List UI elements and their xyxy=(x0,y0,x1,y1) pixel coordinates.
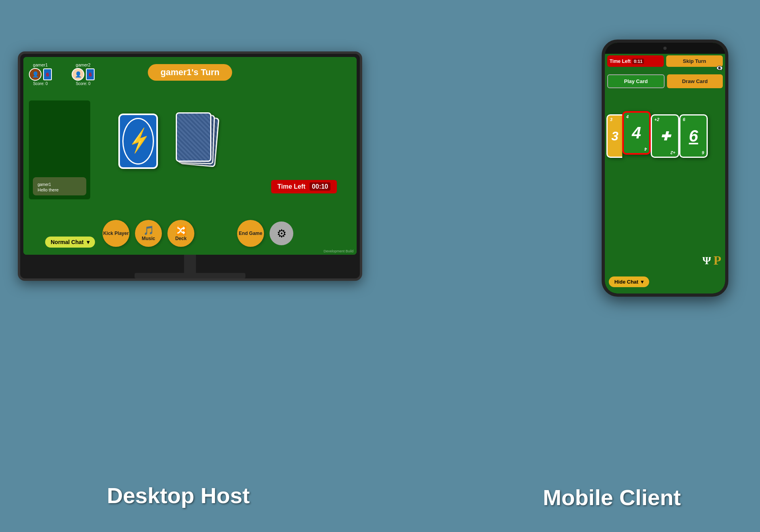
card-corner-plus2-br: +2 xyxy=(671,150,676,155)
draw-deck xyxy=(174,112,217,170)
tv-stand-neck xyxy=(184,255,196,273)
play-card-button[interactable]: Play Card xyxy=(607,74,665,88)
iupui-logo: Ψ xyxy=(703,254,711,267)
chat-sender: gamer1 xyxy=(38,182,51,187)
chat-bubble: gamer1 Hello there xyxy=(33,177,86,195)
discard-card: ⚡ xyxy=(118,114,158,169)
shuffle-icon: 🔀 xyxy=(176,225,186,236)
tv-screen: gamer1's Turn gamer1 👤 6 Score: 0 gamer2 xyxy=(23,57,357,255)
music-button[interactable]: 🎵 Music xyxy=(135,220,162,247)
player-area: gamer1 👤 6 Score: 0 gamer2 👤 6 Score: 0 xyxy=(29,62,95,86)
card-corner-6-br: 6 xyxy=(702,150,704,155)
tv-stand-base xyxy=(135,273,245,278)
center-cards-area: ⚡ xyxy=(118,112,217,170)
phone-card-4[interactable]: 4 4 4 xyxy=(622,111,651,155)
turn-banner: gamer1's Turn xyxy=(148,64,232,81)
visibility-icon: 👁‍🗨 xyxy=(716,65,723,71)
time-left-value: 00:10 xyxy=(310,182,331,191)
phone-time-left-label: Time Left xyxy=(610,59,631,64)
game-screen: gamer1's Turn gamer1 👤 6 Score: 0 gamer2 xyxy=(23,57,357,255)
player1-avatar-row: 👤 6 xyxy=(29,68,52,81)
card-corner-6-tl: 6 xyxy=(683,117,685,122)
phone-cards-area: 3 3 4 4 4 +2 ✚ +2 6 6 6 xyxy=(605,97,725,176)
chevron-down-icon: ▾ xyxy=(641,279,644,285)
phone-camera xyxy=(663,47,667,50)
time-left-label: Time Left xyxy=(277,183,306,190)
chat-area: gamer1 Hello there xyxy=(29,100,90,199)
draw-card-button[interactable]: Draw Card xyxy=(667,74,723,88)
chat-dropdown-label: Normal Chat xyxy=(51,239,84,245)
phone-frame: Time Left 0:11 Skip Turn 👁‍🗨 Play Card D… xyxy=(602,40,728,297)
player1-mini-card: 6 xyxy=(43,68,52,80)
gear-icon: ⚙ xyxy=(277,227,287,240)
player1-name: gamer1 xyxy=(33,62,48,67)
card-corner-4-tl: 4 xyxy=(626,114,629,119)
phone-card-plus2[interactable]: +2 ✚ +2 xyxy=(651,114,679,158)
phone-bottom-bar: Hide Chat ▾ xyxy=(605,270,725,293)
player2-avatar: 👤 xyxy=(72,68,84,81)
phone-time-left-display: Time Left 0:11 xyxy=(607,55,664,67)
music-icon: 🎵 xyxy=(143,225,154,236)
hide-chat-button[interactable]: Hide Chat ▾ xyxy=(609,276,649,287)
phone-top-bar xyxy=(605,43,725,54)
player2-mini-card: 6 xyxy=(86,68,95,80)
chevron-down-icon: ▾ xyxy=(87,239,89,245)
bottom-buttons: Kick Player 🎵 Music 🔀 Deck End Game ⚙ xyxy=(103,220,293,247)
deck-card-1 xyxy=(176,112,211,162)
card-corner-yellow-tl: 3 xyxy=(610,117,612,122)
uno-symbol: ⚡ xyxy=(123,127,153,155)
desktop-label: Desktop Host xyxy=(107,483,250,508)
phone-second-btn-row: Play Card Draw Card xyxy=(607,74,723,88)
uno-card-inner: ⚡ xyxy=(122,118,154,165)
kick-player-button[interactable]: Kick Player xyxy=(103,220,129,247)
phone-logos: Ψ P xyxy=(703,253,721,268)
phone-card-6[interactable]: 6 6 6 xyxy=(679,114,708,158)
player1-score: Score: 0 xyxy=(33,81,48,86)
purdue-logo: P xyxy=(713,253,721,268)
mobile-label: Mobile Client xyxy=(543,485,681,510)
tv-frame: gamer1's Turn gamer1 👤 6 Score: 0 gamer2 xyxy=(18,51,362,281)
settings-gear-button[interactable]: ⚙ xyxy=(270,222,293,245)
dev-build-label: Development Build xyxy=(323,249,353,253)
player2-avatar-row: 👤 6 xyxy=(72,68,95,81)
chat-text: Hello there xyxy=(38,187,82,192)
player2-card: gamer2 👤 6 Score: 0 xyxy=(72,62,95,86)
phone-time-value: 0:11 xyxy=(632,59,644,64)
hide-chat-label: Hide Chat xyxy=(614,279,638,285)
card-corner-plus2-tl: +2 xyxy=(654,117,659,122)
skip-turn-button[interactable]: Skip Turn xyxy=(666,55,723,67)
end-game-button[interactable]: End Game xyxy=(237,220,264,247)
chat-dropdown[interactable]: Normal Chat ▾ xyxy=(45,237,95,248)
deck-button[interactable]: 🔀 Deck xyxy=(167,220,194,247)
player1-card: gamer1 👤 6 Score: 0 xyxy=(29,62,52,86)
time-left-badge: Time Left 00:10 xyxy=(271,180,337,193)
player2-score: Score: 0 xyxy=(76,81,90,86)
chat-message: gamer1 Hello there xyxy=(33,176,86,195)
player2-name: gamer2 xyxy=(76,62,90,67)
card-corner-4-br: 4 xyxy=(644,147,647,151)
phone-card-yellow[interactable]: 3 3 xyxy=(606,114,622,158)
player1-avatar: 👤 xyxy=(29,68,42,81)
phone-screen: Time Left 0:11 Skip Turn 👁‍🗨 Play Card D… xyxy=(605,43,725,293)
phone-top-btn-row: Time Left 0:11 Skip Turn xyxy=(607,55,723,67)
